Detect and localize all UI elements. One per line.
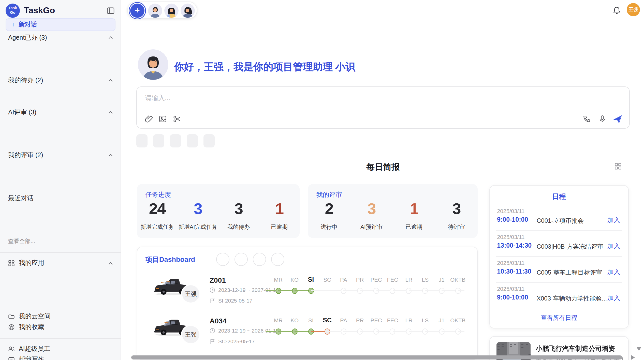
recent-view-all[interactable]: 查看全部... <box>0 236 121 247</box>
my-apps-label: 我的应用 <box>19 258 44 268</box>
greeting-text: 你好，王强，我是你的项目管理助理 小识 <box>174 60 355 74</box>
sidebar-app-item[interactable] <box>0 279 121 290</box>
sidebar-task-item[interactable] <box>0 161 121 171</box>
phone-call-icon[interactable] <box>583 115 591 123</box>
project-flag: SI-2025-05-17 <box>218 297 252 304</box>
avatar-assistant-2[interactable] <box>164 4 179 18</box>
sidebar-app-item[interactable] <box>0 290 121 301</box>
sidebar-section-header[interactable]: AI评审 (3) <box>0 107 121 118</box>
sidebar-task-item[interactable] <box>0 139 121 150</box>
suggestion-chip[interactable] <box>136 134 148 147</box>
project-row-a034[interactable]: 王强 A034 2023-12-19 ~ 2026-01-19 SC-2025-… <box>137 314 478 354</box>
stat-item: 3 新增AI完成任务 <box>178 199 218 231</box>
user-avatar[interactable]: 王强 <box>627 3 640 16</box>
sidebar-task-item[interactable] <box>0 97 121 107</box>
sidebar-section: 我的评审 (2) <box>0 150 121 182</box>
sidebar-task-item[interactable] <box>0 54 121 65</box>
sidebar-item-ai-staff[interactable]: AI超级员工 <box>0 344 121 354</box>
horizontal-scrollbar-thumb[interactable] <box>131 355 622 359</box>
scroll-down-arrow-icon[interactable] <box>636 347 641 351</box>
divider <box>0 252 121 253</box>
apps-grid-icon <box>8 260 15 266</box>
task-progress-card: 任务进度 24 新增完成任务 3 新增AI完成任务 3 我的待办 1 已逾期 <box>137 184 300 238</box>
my-review-card: 我的评审 2 进行中 3 AI预评审 1 已逾期 3 待评审 <box>308 184 478 238</box>
sidebar-item-my-apps[interactable]: 我的应用 <box>0 258 121 268</box>
sidebar-app-item[interactable] <box>0 268 121 279</box>
join-link[interactable]: 加入 <box>607 242 620 251</box>
new-chat-button[interactable]: + 新对话 <box>6 18 115 31</box>
image-upload-icon[interactable] <box>159 115 167 123</box>
dashboard-tabs <box>216 253 284 266</box>
chevron-up-icon[interactable] <box>108 111 113 114</box>
dashboard-tab[interactable] <box>216 253 229 266</box>
avatar-assistant-1[interactable] <box>148 4 162 18</box>
sidebar-app-item[interactable] <box>0 301 121 311</box>
sidebar-item-cloud-space[interactable]: 我的云空间 <box>0 311 121 322</box>
schedule-item: 2025/03/11 10:30-11:30 C005-整车工程目标评审 加入 <box>496 257 622 283</box>
chevron-up-icon[interactable] <box>108 79 113 82</box>
sidebar-task-item[interactable] <box>0 118 121 129</box>
chevron-up-icon[interactable] <box>108 36 113 39</box>
chevron-up-icon[interactable] <box>108 154 113 157</box>
scissors-icon[interactable] <box>173 115 181 123</box>
sidebar-task-item[interactable] <box>0 171 121 182</box>
suggestion-chip[interactable] <box>203 134 215 147</box>
send-icon[interactable] <box>613 115 622 123</box>
sidebar-item-favorites[interactable]: 我的收藏 <box>0 322 121 333</box>
star-badge-icon <box>8 324 15 331</box>
recent-chats-title: 最近对话 <box>8 195 34 202</box>
schedule-time: 10:30-11:30 <box>497 268 531 275</box>
sidebar-task-item[interactable] <box>0 43 121 54</box>
recent-chat-item[interactable] <box>0 225 121 236</box>
schedule-date: 2025/03/11 <box>497 234 525 240</box>
sidebar-task-item[interactable] <box>0 129 121 139</box>
sidebar: Task Go TaskGo + 新对话 Agent已办 (3) <box>0 0 121 360</box>
stat-label: 已逾期 <box>259 223 300 231</box>
join-link[interactable]: 加入 <box>607 216 620 225</box>
project-row-z001[interactable]: 王强 Z001 2023-12-19 ~ 2027-01-19 SI-2025-… <box>137 273 478 314</box>
dashboard-tab[interactable] <box>271 253 284 266</box>
avatar-assistant-3[interactable] <box>181 4 195 18</box>
folder-icon <box>8 313 15 320</box>
stat-value: 1 <box>259 199 300 219</box>
scroll-right-arrow-icon[interactable] <box>631 355 635 360</box>
recent-chat-item[interactable] <box>0 215 121 225</box>
sidebar-section-header[interactable]: Agent已办 (3) <box>0 33 121 43</box>
section-title: 我的评审 (2) <box>8 152 43 159</box>
attachment-icon[interactable] <box>144 115 153 123</box>
layout-grid-icon[interactable] <box>614 163 622 170</box>
project-dashboard-card: 项目Dashboard 王强 Z001 <box>137 247 478 360</box>
divider <box>0 338 121 339</box>
join-link[interactable]: 加入 <box>607 268 620 277</box>
schedule-date: 2025/03/11 <box>497 208 525 214</box>
join-link[interactable]: 加入 <box>607 294 620 303</box>
write-image-icon <box>8 356 15 360</box>
section-title: AI评审 (3) <box>8 109 36 116</box>
milestone-track: MRKOSISCPAPRPECFECLRLSJ1OKTB <box>266 314 470 354</box>
add-assistant-button[interactable]: + <box>130 4 144 18</box>
write-label: 帮我写作 <box>19 354 44 360</box>
sidebar-section-header[interactable]: 我的评审 (2) <box>0 150 121 161</box>
milestone-label: OKTB <box>448 317 468 323</box>
logo-line2: Go <box>10 11 16 15</box>
microphone-icon[interactable] <box>598 115 606 123</box>
project-owner-badge: 王强 <box>181 284 200 304</box>
sidebar-section: AI评审 (3) <box>0 107 121 150</box>
sidebar-collapse-icon[interactable] <box>107 7 114 14</box>
sidebar-task-item[interactable] <box>0 65 121 75</box>
dashboard-tab[interactable] <box>235 253 248 266</box>
sidebar-item-write[interactable]: 帮我写作 <box>0 354 121 360</box>
people-icon <box>8 346 15 352</box>
chevron-up-icon[interactable] <box>108 262 113 265</box>
notification-bell-icon[interactable] <box>612 6 621 15</box>
sidebar-section: Agent已办 (3) <box>0 33 121 75</box>
recent-chat-item[interactable] <box>0 204 121 215</box>
suggestion-chip[interactable] <box>170 134 181 147</box>
suggestion-chip[interactable] <box>153 134 164 147</box>
chat-input[interactable] <box>145 94 501 102</box>
sidebar-task-item[interactable] <box>0 86 121 97</box>
dashboard-tab[interactable] <box>253 253 266 266</box>
sidebar-section-header[interactable]: 我的待办 (2) <box>0 75 121 86</box>
view-all-schedule-link[interactable]: 查看所有日程 <box>490 314 628 322</box>
suggestion-chip[interactable] <box>187 134 198 147</box>
